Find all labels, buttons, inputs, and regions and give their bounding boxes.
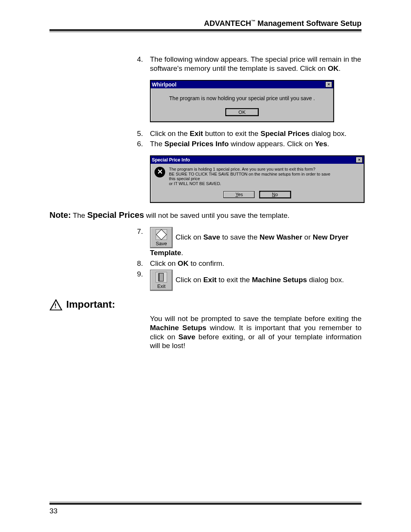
no-button[interactable]: No	[259, 191, 291, 198]
whirlpool-dialog: Whirlpool × The program is now holding y…	[150, 80, 334, 122]
step-6: 6. The Special Prices Info window appear…	[137, 139, 362, 149]
header-tm: ™	[251, 19, 255, 24]
dialog-message: The program is holding 1 special price. …	[169, 167, 330, 186]
header-brand: ADVANTECH	[204, 19, 251, 27]
step-7: 7. Save Click on Save to save the New Wa…	[137, 227, 362, 257]
step-body: The Special Prices Info window appears. …	[150, 139, 362, 149]
step-8: 8. Click on OK to confirm.	[137, 259, 362, 268]
ok-button[interactable]: OK	[225, 108, 259, 116]
header-tail: Management Software Setup	[255, 19, 362, 27]
step-number: 4.	[137, 55, 150, 73]
exit-toolbar-button[interactable]: Exit	[150, 270, 173, 291]
step-number: 8.	[137, 259, 150, 268]
dialog-titlebar: Special Price Info ×	[151, 156, 364, 164]
page-number: 33	[49, 507, 57, 515]
step-body: The following window appears. The specia…	[150, 55, 362, 73]
save-toolbar-button[interactable]: Save	[150, 227, 173, 248]
close-icon[interactable]: ×	[356, 157, 363, 163]
step-number: 6.	[137, 139, 150, 149]
yes-button[interactable]: Yes	[223, 191, 255, 198]
step-body: Exit Click on Exit to exit the Machine S…	[150, 270, 362, 291]
special-price-info-dialog: Special Price Info × ✕ The program is ho…	[150, 155, 365, 203]
important-label: Important:	[66, 299, 115, 310]
dialog-message: The program is now holding your special …	[151, 88, 333, 105]
step-body: Click on the Exit button to exit the Spe…	[150, 129, 362, 138]
note-label: Note:	[49, 210, 71, 220]
dialog-title: Special Price Info	[152, 157, 356, 163]
header-rule-thick	[49, 29, 362, 31]
close-icon[interactable]: ×	[325, 81, 332, 88]
page-header: ADVANTECH™ Management Software Setup	[49, 19, 362, 28]
step-5: 5. Click on the Exit button to exit the …	[137, 129, 362, 138]
dialog-titlebar: Whirlpool ×	[151, 81, 333, 88]
step-number: 7.	[137, 227, 150, 257]
step-number: 5.	[137, 129, 150, 138]
important-heading: ! Important:	[137, 299, 362, 310]
warning-icon: !	[49, 299, 62, 310]
step-body: Click on OK to confirm.	[150, 259, 362, 268]
footer-rule-thick	[49, 503, 362, 505]
header-rule-thin	[49, 32, 362, 32]
footer-rule-thin	[49, 502, 362, 502]
dialog-title: Whirlpool	[152, 81, 325, 88]
save-icon	[156, 229, 167, 240]
important-text: You will not be prompted to save the tem…	[150, 314, 362, 350]
step-9: 9. Exit Click on Exit to exit the Machin…	[137, 270, 362, 291]
step-4: 4. The following window appears. The spe…	[137, 55, 362, 73]
error-icon: ✕	[155, 167, 165, 177]
step-body: Save Click on Save to save the New Washe…	[150, 227, 362, 257]
note-block: Note: The Special Prices will not be sav…	[49, 210, 362, 220]
step-number: 9.	[137, 270, 150, 291]
exit-icon	[156, 272, 167, 283]
